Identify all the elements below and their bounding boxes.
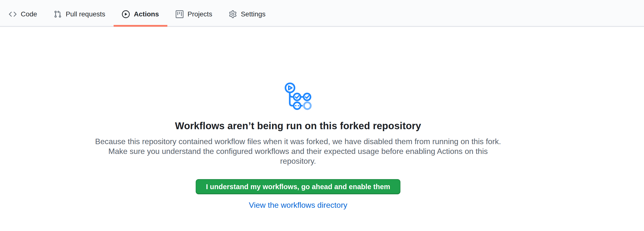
tab-settings[interactable]: Settings bbox=[220, 3, 274, 26]
workflow-graph-icon bbox=[284, 82, 312, 110]
actions-blankslate: Workflows aren’t being run on this forke… bbox=[0, 27, 596, 210]
repo-tab-bar: Code Pull requests Actions Projects Sett… bbox=[0, 0, 644, 27]
tab-code[interactable]: Code bbox=[0, 3, 46, 26]
tab-label: Actions bbox=[134, 10, 159, 18]
tab-actions[interactable]: Actions bbox=[114, 3, 167, 26]
gear-icon bbox=[229, 10, 237, 18]
page-title: Workflows aren’t being run on this forke… bbox=[0, 119, 596, 132]
tab-label: Pull requests bbox=[66, 10, 105, 18]
tab-pull-requests[interactable]: Pull requests bbox=[46, 3, 114, 26]
view-workflows-link[interactable]: View the workflows directory bbox=[0, 201, 596, 210]
code-icon bbox=[9, 10, 16, 18]
blankslate-description: Because this repository contained workfl… bbox=[93, 137, 503, 166]
project-icon bbox=[176, 10, 184, 18]
tab-label: Settings bbox=[241, 10, 266, 18]
tab-projects[interactable]: Projects bbox=[167, 3, 220, 26]
tab-label: Code bbox=[21, 10, 37, 18]
tab-label: Projects bbox=[188, 10, 212, 18]
play-circle-icon bbox=[122, 10, 130, 18]
enable-workflows-button[interactable]: I understand my workflows, go ahead and … bbox=[196, 179, 400, 194]
git-pull-request-icon bbox=[54, 10, 62, 18]
